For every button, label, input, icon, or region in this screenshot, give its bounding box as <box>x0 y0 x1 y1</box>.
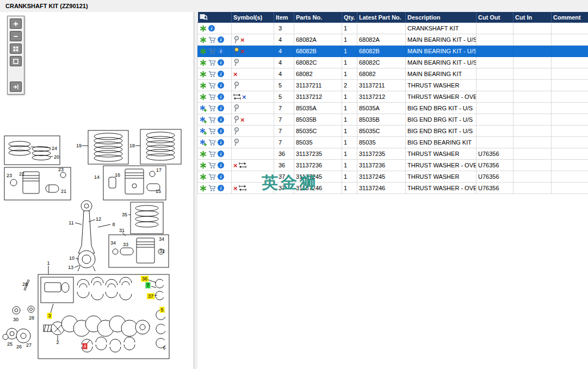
info-icon[interactable]: i <box>218 105 224 111</box>
column-header-comment[interactable]: Comment <box>552 12 588 23</box>
part-label-6[interactable]: 6 <box>162 345 166 351</box>
part-label-2[interactable]: 2 <box>55 340 60 346</box>
info-icon[interactable]: i <box>218 151 224 157</box>
column-header-latest_part_no[interactable]: Latest Part No. <box>357 12 406 23</box>
table-row[interactable]: i×531137212131137212THRUST WASHER - OVER <box>198 91 588 103</box>
gear-add-icon[interactable] <box>200 116 207 123</box>
part-label-8[interactable]: 8 <box>111 222 116 228</box>
info-icon[interactable]: i <box>218 116 224 123</box>
part-label-32[interactable]: 32 <box>158 248 166 254</box>
part-label-16[interactable]: 16 <box>114 172 121 178</box>
part-label-27[interactable]: 27 <box>25 342 33 348</box>
part-label-7[interactable]: 7 <box>145 283 150 289</box>
part-label-24[interactable]: 24 <box>51 146 58 152</box>
part-label-21[interactable]: 21 <box>60 189 67 195</box>
part-label-1[interactable]: 1 <box>46 260 51 266</box>
part-label-28[interactable]: 28 <box>28 315 35 321</box>
gear-add-icon[interactable] <box>200 105 207 112</box>
part-label-20[interactable]: 20 <box>53 154 60 160</box>
table-row[interactable]: i785035A185035ABIG END BRG KIT - U/S <box>198 103 588 114</box>
column-header-symbols[interactable]: Symbol(s) <box>232 12 274 23</box>
cart-icon[interactable] <box>208 105 216 112</box>
part-label-15[interactable]: 15 <box>154 189 162 195</box>
table-row[interactable]: i3731137245131137245THRUST WASHERU76356 <box>198 171 588 183</box>
gear-icon[interactable] <box>200 82 207 89</box>
column-header-qty[interactable]: Qty. <box>342 12 357 23</box>
cart-icon[interactable] <box>208 139 216 146</box>
part-label-14[interactable]: 14 <box>93 174 101 180</box>
part-label-31[interactable]: 31 <box>118 228 126 234</box>
cart-icon[interactable] <box>208 82 216 89</box>
info-icon[interactable]: i <box>218 48 224 54</box>
gear-icon[interactable] <box>200 162 207 169</box>
part-label-5[interactable]: 5 <box>159 307 164 313</box>
gear-icon[interactable] <box>200 59 207 66</box>
table-row[interactable]: i785035185035BIG END BEARING KIT <box>198 137 588 148</box>
cart-icon[interactable] <box>208 116 216 123</box>
gear-icon[interactable] <box>200 48 207 55</box>
gear-icon[interactable] <box>200 71 207 78</box>
cart-icon[interactable] <box>208 93 216 101</box>
part-label-19[interactable]: 19 <box>75 143 83 149</box>
cart-icon[interactable] <box>208 151 216 158</box>
info-icon[interactable]: i <box>218 162 224 168</box>
part-label-17[interactable]: 17 <box>155 167 163 173</box>
table-row[interactable]: i468082C168082CMAIN BEARING KIT - U/S <box>198 57 588 68</box>
part-label-22[interactable]: 22 <box>18 171 26 177</box>
gear-icon[interactable] <box>200 93 207 101</box>
table-row[interactable]: i×468082A168082AMAIN BEARING KIT - U/S <box>198 34 588 46</box>
info-icon[interactable]: i <box>218 185 224 191</box>
zoom-out-button[interactable] <box>10 31 22 41</box>
part-label-36[interactable]: 36 <box>141 276 148 282</box>
info-icon[interactable]: i <box>218 173 224 180</box>
part-label-23[interactable]: 23 <box>57 167 65 173</box>
cart-icon[interactable] <box>208 48 216 55</box>
cart-icon[interactable] <box>208 36 216 43</box>
info-icon[interactable]: i <box>218 93 224 100</box>
gear-add-icon[interactable] <box>200 128 207 135</box>
gear-icon[interactable] <box>200 36 207 43</box>
info-icon[interactable]: i <box>218 128 224 134</box>
column-header-cut_out[interactable]: Cut Out <box>476 12 513 23</box>
column-header-description[interactable]: Description <box>406 12 476 23</box>
part-label-10[interactable]: 10 <box>68 255 76 261</box>
table-row[interactable]: i×468082168082MAIN BEARING KIT <box>198 68 588 80</box>
table-row[interactable]: i531137211231137211THRUST WASHER <box>198 80 588 91</box>
gear-icon[interactable] <box>200 25 207 32</box>
gear-icon[interactable] <box>200 173 207 180</box>
collapse-panel-button[interactable] <box>10 82 22 92</box>
part-label-3[interactable]: 3 <box>47 313 52 319</box>
part-label-4[interactable]: 4 <box>82 343 87 349</box>
cart-icon[interactable] <box>208 162 216 169</box>
info-icon[interactable]: i <box>218 36 224 43</box>
cart-icon[interactable] <box>208 185 216 192</box>
table-row[interactable]: i×3731137246131137246THRUST WASHER - OVE… <box>198 183 588 194</box>
column-header-cut_in[interactable]: Cut In <box>513 12 552 23</box>
cart-icon[interactable] <box>208 71 216 78</box>
info-icon[interactable]: i <box>218 59 224 66</box>
gear-icon[interactable] <box>200 151 207 158</box>
table-row[interactable]: i×785035B185035BBIG END BRG KIT - U/S <box>198 114 588 126</box>
actual-size-button[interactable] <box>10 56 22 66</box>
part-label-13[interactable]: 13 <box>67 265 75 271</box>
part-label-29[interactable]: 29 <box>21 282 29 287</box>
fit-view-button[interactable] <box>10 43 22 54</box>
part-label-35[interactable]: 35 <box>121 212 128 218</box>
gear-add-icon[interactable] <box>200 139 207 146</box>
part-label-25[interactable]: 25 <box>6 341 14 347</box>
table-row[interactable]: i785035C185035CBIG END BRG KIT - U/S <box>198 126 588 137</box>
gear-icon[interactable] <box>200 185 207 192</box>
table-row[interactable]: i×3631137236131137236THRUST WASHER - OVE… <box>198 160 588 171</box>
cart-icon[interactable] <box>208 128 216 135</box>
part-label-34[interactable]: 34 <box>109 240 117 246</box>
part-label-30[interactable]: 30 <box>12 317 20 323</box>
column-header-icons[interactable] <box>198 12 232 23</box>
cart-icon[interactable] <box>208 59 216 66</box>
part-label-34[interactable]: 34 <box>158 236 165 242</box>
part-label-33[interactable]: 33 <box>122 242 129 248</box>
part-label-26[interactable]: 26 <box>15 344 23 350</box>
cart-icon[interactable] <box>208 173 216 180</box>
column-header-parts_no[interactable]: Parts No. <box>294 12 342 23</box>
info-icon[interactable]: i <box>218 82 224 89</box>
part-label-12[interactable]: 12 <box>95 216 102 222</box>
